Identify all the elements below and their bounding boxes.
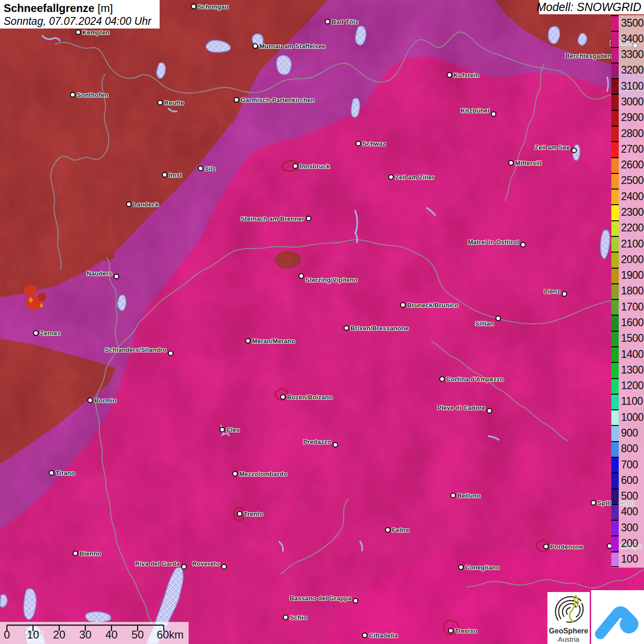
city-label: Landeck — [133, 201, 159, 208]
colorbar-tick-label: 300 — [621, 520, 644, 535]
colorbar-tick-label: 1200 — [621, 378, 644, 394]
city-dot — [198, 166, 203, 171]
colorbar-segment — [611, 489, 619, 504]
city-dot — [293, 163, 298, 169]
colorbar-tick-label: 2900 — [621, 110, 644, 126]
city-label: Zell am See — [535, 144, 570, 151]
city-label: Rovereto — [192, 560, 220, 567]
colorbar-tick-label: 1900 — [621, 268, 644, 283]
city-label: Bassano del Grappa — [290, 595, 351, 602]
colorbar-tick-label: 2300 — [621, 204, 644, 220]
city-dot — [356, 141, 361, 146]
city-label: Belluno — [457, 492, 481, 499]
city-dot — [448, 628, 454, 633]
city-label: Kufstein — [454, 72, 479, 79]
colorbar-tick-label: 2700 — [621, 141, 644, 157]
colorbar-segment — [611, 331, 619, 346]
city-dot — [253, 43, 258, 49]
city-label: Sterzing/Vipiteno — [305, 276, 357, 283]
city-dot — [385, 527, 391, 533]
city-dot — [234, 97, 239, 103]
city-label: Mezzolombardo — [239, 471, 288, 477]
colorbar-tick-label: 2500 — [621, 173, 644, 189]
geosphere-country: Austria — [547, 635, 590, 643]
colorbar-tick-label: 2100 — [621, 236, 644, 252]
city-dot — [333, 442, 338, 448]
colorbar-tick-label: 2000 — [621, 252, 644, 267]
colorbar-tick-label: 100 — [621, 552, 644, 567]
city-dot — [181, 564, 187, 569]
scale-label: 30 — [79, 628, 92, 641]
colorbar-tick-label: 3400 — [621, 31, 644, 46]
colorbar-tick-label: 3300 — [621, 47, 644, 63]
colorbar-tick-label: 600 — [621, 472, 644, 488]
colorbar-segment — [611, 252, 619, 267]
model-label-box: Modell: SNOWGRID — [539, 0, 644, 14]
city-dot — [591, 500, 596, 506]
city-dot — [362, 632, 368, 638]
city-dot — [450, 493, 456, 498]
city-dot — [280, 394, 286, 400]
city-label: Kempten — [82, 29, 109, 36]
colorbar-segment — [611, 315, 619, 330]
colorbar-segment — [611, 362, 619, 378]
city-label: Brixen/Bressanone — [351, 325, 408, 332]
weather-map-screenshot: SchongauBad TölzKemptenMurnau am Staffel… — [0, 0, 644, 644]
model-label: Modell: SNOWGRID — [536, 0, 641, 14]
colorbar-segment — [611, 189, 619, 204]
colorbar-segment — [611, 126, 619, 141]
colorbar-segment — [611, 425, 619, 441]
geosphere-wordmark: GeoSphere — [547, 627, 590, 635]
colorbar-tick-label: 1700 — [621, 299, 644, 315]
city-dot — [73, 551, 78, 556]
colorbar-tick-label: 2600 — [621, 157, 644, 173]
scale-label: 50 — [132, 628, 144, 641]
city-label: Predazzo — [303, 438, 331, 445]
colorbar-segment — [611, 552, 619, 567]
geosphere-logo-box: GeoSphere Austria — [547, 592, 590, 644]
colorbar-tick-label: 700 — [621, 457, 644, 472]
city-label: Garmisch-Partenkirchen — [241, 97, 315, 104]
colorbar-segment — [611, 409, 619, 425]
city-label: Sonthofen — [77, 92, 109, 98]
city-label: Trento — [244, 511, 263, 518]
city-label: Silz — [205, 165, 216, 172]
colorbar-tick-label: 800 — [621, 441, 644, 457]
city-label: Bozen/Bolzano — [287, 394, 333, 401]
mountain-icon — [591, 590, 644, 644]
city-label: Conegliano — [465, 564, 500, 571]
colorbar-segment — [611, 31, 619, 46]
colorbar-segment — [611, 94, 619, 109]
scale-label: 40 — [105, 628, 118, 641]
city-label: Innsbruck — [299, 163, 330, 170]
city-dot — [245, 338, 251, 344]
city-label: Murnau am Staffelsee — [259, 43, 326, 50]
colorbar-segment — [611, 47, 619, 63]
city-label: Pordenone — [550, 543, 583, 550]
city-dot — [571, 148, 577, 153]
city-label: Cortina d'Ampezzo — [446, 376, 504, 383]
city-label: Pieve di Cadore — [437, 404, 485, 411]
city-label: Schio — [290, 614, 307, 621]
city-dot — [388, 174, 394, 180]
city-dot — [191, 4, 196, 9]
colorbar-segment — [611, 299, 619, 315]
colorbar-segment — [611, 394, 619, 409]
city-dot — [299, 273, 304, 279]
colorbar-segment — [611, 457, 619, 472]
city-label: Nauders — [87, 270, 112, 277]
colorbar-tick-label: 3100 — [621, 78, 644, 94]
colorbar-tick-label: 2800 — [621, 126, 644, 141]
city-label: Lienz — [544, 288, 560, 295]
city-label: Schongau — [198, 3, 229, 10]
colorbar-segment — [611, 283, 619, 299]
colorbar-segment — [611, 268, 619, 283]
city-dot — [458, 564, 464, 570]
colorbar-segment — [611, 204, 619, 220]
city-dot — [306, 216, 311, 221]
colorbar-segment — [611, 15, 619, 31]
colorbar-segment — [611, 346, 619, 362]
city-dot — [87, 397, 93, 403]
avalanche-report-logo-box — [591, 590, 644, 644]
title-unit: [m] — [98, 2, 113, 14]
